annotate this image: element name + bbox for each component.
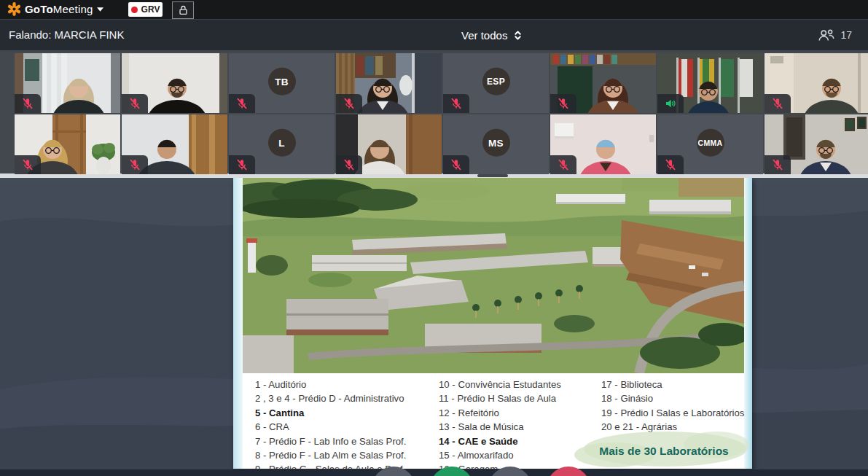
participants-icon [817, 28, 836, 42]
legend-column-2: 10 - Convivência Estudantes11 - Prédio H… [439, 378, 561, 476]
mic-off-icon [450, 158, 463, 171]
speaking-now-label: Falando: MARCIA FINK [9, 20, 124, 50]
gotomeeting-menu[interactable]: GoToMeeting [7, 2, 103, 16]
legend-item: 18 - Ginásio [601, 391, 744, 405]
participants-counter[interactable]: 17 [817, 20, 852, 50]
legend-column-1: 1 - Auditório2 , 3 e 4 - Prédio D - Admi… [255, 378, 406, 476]
status-bar: Falando: MARCIA FINK Ver todos 17 [0, 19, 868, 50]
legend-item: 6 - CRA [255, 420, 406, 434]
campus-aerial-photo [243, 178, 744, 373]
legend-item: 13 - Sala de Música [439, 420, 561, 434]
participant-tile-initials[interactable]: MS [443, 114, 549, 174]
legend-column-3: 17 - Biblioteca18 - Ginásio19 - Prédio I… [601, 378, 744, 434]
speaking-indicator [657, 94, 684, 113]
legend-item: 17 - Biblioteca [601, 378, 744, 391]
participant-count: 17 [840, 29, 852, 41]
brand-name: GoToMeeting [25, 3, 93, 15]
mic-off-icon [343, 97, 356, 110]
view-all-selector[interactable]: Ver todos [461, 20, 522, 50]
mic-off-icon [21, 97, 34, 110]
chevron-down-icon [97, 7, 103, 12]
participant-tile-video[interactable] [336, 114, 442, 174]
participant-initials: CMMA [697, 129, 724, 157]
video-row-2: L MS CMMA [15, 114, 868, 174]
muted-mic-indicator [550, 155, 576, 174]
muted-mic-indicator [657, 155, 684, 174]
slide-legend: 1 - Auditório2 , 3 e 4 - Prédio D - Admi… [243, 373, 744, 469]
participant-initials: TB [268, 68, 296, 95]
participant-tile-initials[interactable]: ESP [443, 53, 549, 113]
participant-tile-video[interactable] [15, 53, 120, 113]
muted-mic-indicator [229, 155, 255, 174]
shared-slide: 1 - Auditório2 , 3 e 4 - Prédio D - Admi… [233, 178, 752, 469]
mic-off-icon [21, 158, 34, 171]
meeting-lock-button[interactable] [172, 1, 194, 19]
muted-mic-indicator [765, 155, 791, 174]
participant-tile-initials[interactable]: L [229, 114, 335, 174]
participant-tile-video[interactable] [122, 53, 227, 113]
participant-tile-video[interactable] [765, 114, 868, 174]
participant-tile-video[interactable] [550, 53, 656, 113]
sort-chevrons-icon [514, 30, 522, 41]
gotomeeting-logo-icon [7, 2, 21, 16]
muted-mic-indicator [122, 94, 148, 113]
mic-off-icon [557, 97, 570, 110]
participant-tile-video[interactable] [657, 53, 763, 113]
view-all-label: Ver todos [461, 29, 507, 42]
mic-off-icon [557, 158, 570, 171]
legend-item: 19 - Prédio I Salas e Laboratórios [601, 406, 744, 420]
legend-item: 8 - Prédio F - Lab Alm e Salas Prof. [255, 448, 406, 462]
recording-label: GRV [141, 4, 160, 15]
legend-item: 1 - Auditório [255, 378, 406, 391]
muted-mic-indicator [229, 94, 255, 113]
participant-tile-video[interactable] [550, 114, 656, 174]
legend-item: 11 - Prédio H Salas de Aula [439, 391, 561, 405]
scrollbar-handle[interactable] [477, 174, 508, 177]
participant-tile-video[interactable] [765, 53, 868, 113]
video-row-1: TB ESP [15, 53, 868, 113]
mic-off-icon [343, 158, 356, 171]
legend-item: 7 - Prédio F - Lab Info e Salas Prof. [255, 434, 406, 448]
video-grid: TB ESP L MS CMMA [0, 50, 868, 173]
legend-item: 14 - CAE e Saúde [439, 434, 561, 448]
participant-tile-video[interactable] [336, 53, 442, 113]
mic-off-icon [450, 97, 463, 110]
participant-initials: L [268, 129, 296, 157]
slide-left-edge [233, 178, 243, 469]
legend-item: 12 - Refeitório [439, 406, 561, 420]
app-top-bar: GoToMeeting GRV [0, 0, 868, 19]
legend-item: 2 , 3 e 4 - Prédio D - Administrativo [255, 391, 406, 405]
muted-mic-indicator [336, 94, 362, 113]
muted-mic-indicator [765, 94, 791, 113]
muted-mic-indicator [443, 155, 469, 174]
slide-right-edge [744, 178, 752, 469]
legend-item: 5 - Cantina [255, 406, 406, 420]
mic-off-icon [664, 158, 677, 171]
participant-initials: MS [482, 129, 510, 157]
participant-tile-video[interactable] [15, 114, 120, 174]
participant-tile-video[interactable] [122, 114, 227, 174]
mic-off-icon [771, 97, 784, 110]
participant-tile-initials[interactable]: CMMA [657, 114, 763, 174]
lock-icon [179, 4, 188, 16]
mic-off-icon [128, 158, 141, 171]
mic-off-icon [771, 158, 784, 171]
recording-button[interactable]: GRV [128, 2, 163, 17]
speaker-icon [664, 97, 677, 110]
muted-mic-indicator [15, 94, 41, 113]
legend-item: 10 - Convivência Estudantes [439, 378, 561, 391]
muted-mic-indicator [122, 155, 148, 174]
participant-initials: ESP [482, 68, 510, 95]
record-dot-icon [131, 7, 138, 13]
participant-tile-initials[interactable]: TB [229, 53, 335, 113]
muted-mic-indicator [15, 155, 41, 174]
mic-off-icon [128, 97, 141, 110]
labs-note: Mais de 30 Laboratórios [599, 445, 728, 458]
mic-off-icon [235, 158, 249, 171]
muted-mic-indicator [443, 94, 469, 113]
muted-mic-indicator [336, 155, 362, 174]
legend-item: 15 - Almoxarifado [439, 448, 561, 462]
mic-off-icon [235, 97, 249, 110]
muted-mic-indicator [550, 94, 576, 113]
